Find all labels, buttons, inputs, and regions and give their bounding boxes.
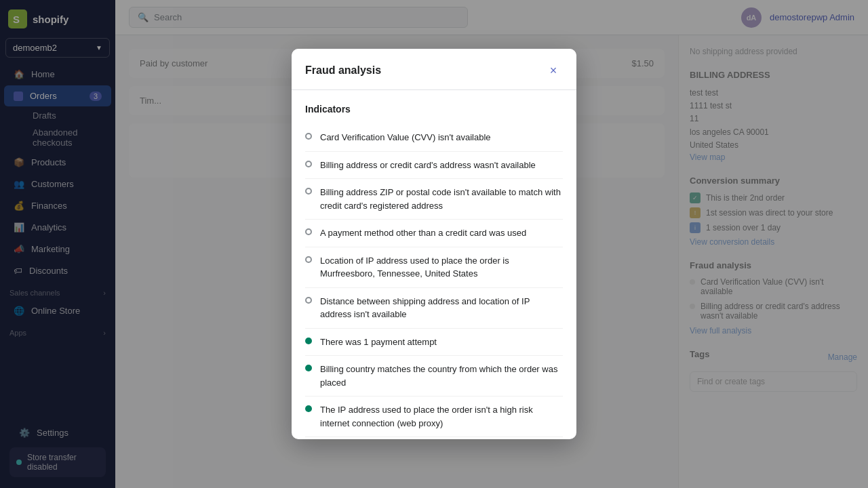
indicator-text-6: There was 1 payment attempt [320,336,437,349]
indicator-text-8: The IP address used to place the order i… [320,403,563,430]
indicator-dot-8 [305,405,312,412]
indicator-item-1: Billing address or credit card's address… [305,152,563,180]
indicator-dot-0 [305,133,312,140]
indicator-item-3: A payment method other than a credit car… [305,220,563,247]
indicator-text-7: Billing country matches the country from… [320,363,563,389]
indicator-dot-3 [305,228,312,235]
indicator-dot-1 [305,161,312,167]
modal-title: Fraud analysis [305,64,381,77]
indicator-dot-2 [305,188,312,195]
indicator-dot-5 [305,297,312,304]
indicator-text-0: Card Verification Value (CVV) isn't avai… [320,131,491,144]
indicator-item-8: The IP address used to place the order i… [305,396,563,437]
indicator-item-7: Billing country matches the country from… [305,356,563,396]
indicator-text-2: Billing address ZIP or postal code isn't… [320,186,563,212]
fraud-analysis-modal: Fraud analysis × Indicators Card Verific… [292,49,576,439]
indicator-item-0: Card Verification Value (CVV) isn't avai… [305,124,563,152]
modal-header: Fraud analysis × [292,49,576,90]
indicator-dot-6 [305,338,312,344]
indicators-title: Indicators [305,104,563,115]
indicator-item-6: There was 1 payment attempt [305,329,563,357]
modal-body: Indicators Card Verification Value (CVV)… [292,90,576,439]
indicator-item-5: Distance between shipping address and lo… [305,288,563,329]
indicator-text-5: Distance between shipping address and lo… [320,295,563,321]
indicator-text-1: Billing address or credit card's address… [320,159,536,172]
indicator-dot-7 [305,365,312,371]
modal-close-button[interactable]: × [544,61,563,80]
modal-overlay: Fraud analysis × Indicators Card Verific… [0,0,868,488]
indicator-text-4: Location of IP address used to place the… [320,254,563,281]
indicator-item-2: Billing address ZIP or postal code isn't… [305,179,563,220]
indicator-dot-4 [305,256,312,263]
indicator-item-4: Location of IP address used to place the… [305,247,563,288]
indicator-text-3: A payment method other than a credit car… [320,226,526,240]
